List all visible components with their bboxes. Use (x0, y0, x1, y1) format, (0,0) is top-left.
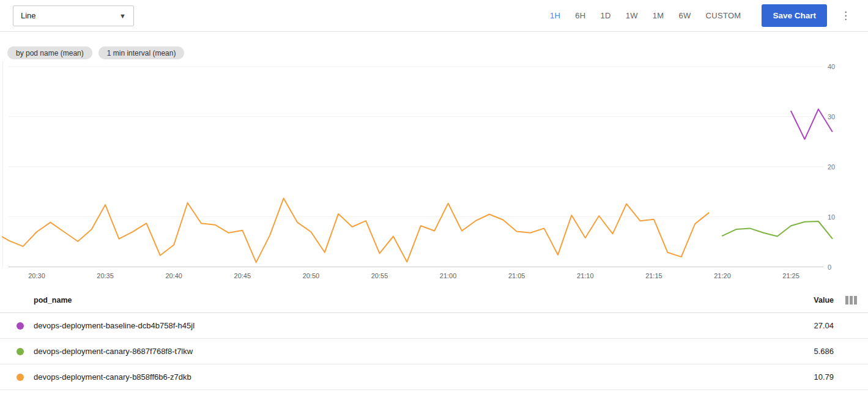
series-color-dot (0, 322, 34, 330)
y-tick-label: 40 (828, 63, 835, 70)
table-row[interactable]: devops-deployment-canary-b858ff6b6-z7dkb… (0, 364, 868, 390)
legend-table-header: pod_name Value (0, 287, 868, 313)
pod-name-cell: devops-deployment-canary-8687f768f8-t7lk… (34, 347, 779, 356)
x-tick-label: 21:15 (645, 272, 662, 279)
value-cell: 5.686 (779, 347, 834, 356)
time-range-1h[interactable]: 1H (550, 6, 560, 25)
y-tick-label: 30 (828, 113, 835, 120)
chart-type-select[interactable]: Line ▼ (13, 6, 134, 26)
columns-icon[interactable] (845, 296, 857, 305)
x-tick-label: 20:40 (165, 272, 182, 279)
legend-rows: devops-deployment-baseline-dcb4b758f-h45… (0, 313, 868, 390)
x-tick-label: 21:25 (782, 272, 799, 279)
line-chart: 01020304020:3020:3520:4020:4520:5020:552… (0, 32, 868, 287)
y-tick-label: 20 (828, 163, 835, 171)
y-tick-label: 0 (828, 264, 831, 271)
time-range-6w[interactable]: 6W (678, 6, 691, 25)
aggregation-chip-1[interactable]: 1 min interval (mean) (98, 46, 185, 59)
series-color-dot (0, 348, 34, 355)
series-line (722, 221, 832, 238)
x-tick-label: 21:00 (440, 272, 457, 279)
pod-name-cell: devops-deployment-baseline-dcb4b758f-h45… (34, 321, 779, 330)
x-tick-label: 21:20 (714, 272, 731, 279)
chart-type-value: Line (21, 11, 36, 20)
chart-toolbar: Line ▼ 1H6H1D1W1M6WCUSTOM Save Chart ⋮ (0, 0, 868, 32)
save-chart-button[interactable]: Save Chart (762, 4, 827, 27)
value-cell: 27.04 (779, 321, 834, 330)
x-tick-label: 20:50 (303, 272, 320, 279)
x-tick-label: 20:45 (234, 272, 251, 279)
x-tick-label: 21:10 (577, 272, 594, 279)
time-range-1m[interactable]: 1M (653, 6, 664, 25)
x-tick-label: 20:30 (28, 272, 45, 279)
series-color-dot (0, 374, 34, 381)
series-line (2, 198, 709, 262)
pod-name-cell: devops-deployment-canary-b858ff6b6-z7dkb (34, 372, 779, 382)
aggregation-chip-0[interactable]: by pod name (mean) (7, 46, 92, 59)
y-tick-label: 10 (828, 213, 835, 221)
pod-name-column-header: pod_name (34, 296, 779, 305)
legend-table: pod_name Value devops-deployment-baselin… (0, 287, 868, 390)
time-range-1d[interactable]: 1D (600, 6, 610, 25)
value-column-header: Value (779, 296, 834, 305)
time-range-6h[interactable]: 6H (575, 6, 585, 25)
value-cell: 10.79 (779, 372, 834, 382)
table-row[interactable]: devops-deployment-canary-8687f768f8-t7lk… (0, 339, 868, 364)
kebab-menu-icon[interactable]: ⋮ (837, 8, 855, 23)
time-range-1w[interactable]: 1W (626, 6, 638, 25)
chevron-down-icon: ▼ (119, 12, 126, 20)
chart-card: by pod name (mean)1 min interval (mean) … (0, 32, 868, 287)
x-tick-label: 21:05 (508, 272, 525, 279)
x-tick-label: 20:55 (371, 272, 388, 279)
x-tick-label: 20:35 (97, 272, 114, 279)
time-range-group: 1H6H1D1W1M6WCUSTOM (543, 6, 748, 25)
series-line (791, 109, 832, 139)
time-range-custom[interactable]: CUSTOM (706, 6, 741, 25)
table-row[interactable]: devops-deployment-baseline-dcb4b758f-h45… (0, 313, 868, 339)
aggregation-chips: by pod name (mean)1 min interval (mean) (7, 46, 184, 59)
